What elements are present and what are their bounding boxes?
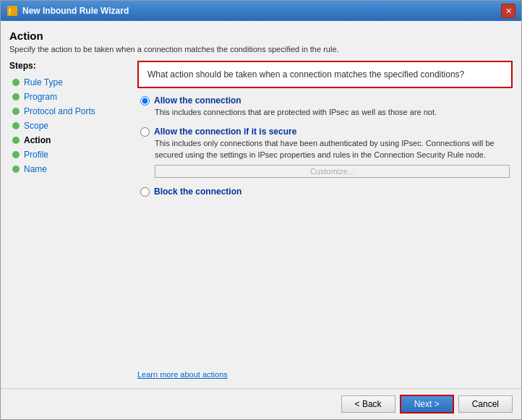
dot-icon — [12, 93, 20, 100]
steps-label: Steps: — [9, 61, 129, 71]
right-panel: What action should be taken when a conne… — [137, 61, 513, 380]
sidebar-label-rule-type: Rule Type — [24, 77, 63, 87]
sidebar-item-profile[interactable]: Profile — [9, 147, 129, 162]
radio-title-block: Block the connection — [154, 187, 241, 197]
content-area: Action Specify the action to be taken wh… — [1, 21, 521, 388]
page-description: Specify the action to be taken when a co… — [9, 45, 513, 53]
sidebar-label-action: Action — [24, 135, 51, 145]
dot-icon — [12, 137, 20, 144]
dot-icon — [12, 151, 20, 158]
dot-icon — [12, 79, 20, 86]
sidebar-label-program: Program — [24, 92, 57, 102]
sidebar-item-rule-type[interactable]: Rule Type — [9, 75, 129, 90]
dot-icon — [12, 166, 20, 173]
sidebar-item-action[interactable]: Action — [9, 133, 129, 147]
learn-more-link[interactable]: Learn more about actions — [137, 370, 228, 379]
question-text: What action should be taken when a conne… — [147, 69, 464, 80]
sidebar-item-name[interactable]: Name — [9, 162, 129, 176]
sidebar-label-scope: Scope — [24, 121, 48, 131]
radio-allow-secure[interactable] — [140, 127, 150, 137]
learn-more-area: Learn more about actions — [137, 362, 513, 380]
radio-row-allow-secure: Allow the connection if it is secure — [140, 127, 510, 137]
radio-section: Allow the connection This includes conne… — [137, 95, 513, 205]
radio-title-allow-secure: Allow the connection if it is secure — [154, 127, 296, 137]
main-body: Steps: Rule Type Program Protocol and Po… — [9, 61, 513, 380]
radio-block[interactable] — [140, 187, 150, 197]
question-box: What action should be taken when a conne… — [137, 61, 513, 88]
window: ! New Inbound Rule Wizard ✕ Action Speci… — [0, 0, 522, 420]
radio-desc-allow: This includes connections that are prote… — [155, 107, 510, 118]
sidebar-item-program[interactable]: Program — [9, 90, 129, 104]
next-button[interactable]: Next > — [400, 395, 454, 413]
title-bar-left: ! New Inbound Rule Wizard — [7, 5, 129, 17]
cancel-button[interactable]: Cancel — [458, 395, 513, 413]
window-icon: ! — [7, 5, 18, 17]
page-header: Action Specify the action to be taken wh… — [9, 30, 513, 53]
window-title: New Inbound Rule Wizard — [22, 6, 129, 16]
radio-option-block: Block the connection — [140, 187, 510, 197]
sidebar-label-name: Name — [24, 164, 47, 174]
back-button[interactable]: < Back — [341, 395, 395, 413]
radio-row-allow: Allow the connection — [140, 95, 510, 106]
svg-text:!: ! — [9, 8, 11, 16]
radio-option-allow-secure: Allow the connection if it is secure Thi… — [140, 127, 510, 178]
sidebar-item-scope[interactable]: Scope — [9, 119, 129, 133]
dot-icon — [12, 122, 20, 129]
page-title: Action — [9, 30, 513, 42]
dot-icon — [12, 108, 20, 115]
sidebar-label-protocol-ports: Protocol and Ports — [24, 106, 95, 116]
radio-row-block: Block the connection — [140, 187, 510, 197]
radio-allow[interactable] — [140, 96, 150, 106]
sidebar-label-profile: Profile — [24, 150, 48, 160]
title-bar: ! New Inbound Rule Wizard ✕ — [1, 1, 521, 21]
customize-button[interactable]: Customize... — [155, 165, 510, 178]
sidebar: Steps: Rule Type Program Protocol and Po… — [9, 61, 129, 380]
radio-title-allow: Allow the connection — [154, 95, 241, 106]
radio-desc-allow-secure: This includes only connections that have… — [155, 138, 510, 160]
radio-option-allow: Allow the connection This includes conne… — [140, 95, 510, 118]
close-button[interactable]: ✕ — [501, 4, 515, 18]
footer: < Back Next > Cancel — [1, 388, 521, 419]
sidebar-item-protocol-ports[interactable]: Protocol and Ports — [9, 104, 129, 119]
